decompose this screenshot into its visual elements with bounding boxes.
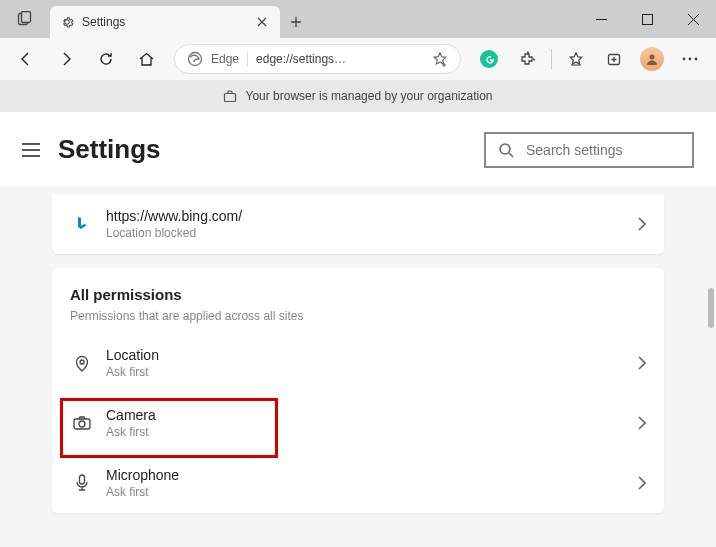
section-header: All permissions Permissions that are app… (52, 268, 664, 333)
toolbar: Edge edge://settings… (0, 38, 716, 80)
svg-point-10 (500, 144, 510, 154)
search-box[interactable] (484, 132, 694, 168)
recent-site-url: https://www.bing.com/ (106, 208, 638, 224)
extensions-icon[interactable] (509, 41, 545, 77)
recent-activity-card: https://www.bing.com/ Location blocked (52, 194, 664, 254)
svg-rect-1 (22, 12, 31, 23)
svg-point-7 (689, 58, 692, 61)
favorites-icon[interactable] (558, 41, 594, 77)
gear-icon (60, 15, 74, 29)
close-window-button[interactable] (670, 0, 716, 38)
svg-point-11 (80, 360, 84, 364)
edge-logo-icon (187, 51, 203, 67)
bing-icon (70, 216, 94, 232)
close-tab-icon[interactable] (254, 14, 270, 30)
collections-icon[interactable] (596, 41, 632, 77)
briefcase-icon (223, 89, 237, 103)
address-label: Edge (211, 52, 239, 66)
back-button[interactable] (8, 41, 44, 77)
recent-site-status: Location blocked (106, 226, 638, 240)
browser-tab[interactable]: Settings (50, 6, 280, 38)
scrollbar-thumb[interactable] (708, 288, 714, 328)
permission-row-camera[interactable]: Camera Ask first (52, 393, 664, 453)
chevron-right-icon (638, 416, 646, 430)
page-title: Settings (58, 134, 466, 165)
permission-status: Ask first (106, 485, 638, 499)
svg-point-6 (683, 58, 686, 61)
settings-header: Settings (0, 112, 716, 188)
svg-rect-14 (80, 475, 85, 484)
search-input[interactable] (526, 142, 701, 158)
permission-row-microphone[interactable]: Microphone Ask first (52, 453, 664, 513)
address-url: edge://settings… (256, 52, 424, 66)
org-message: Your browser is managed by your organiza… (245, 89, 492, 103)
microphone-icon (70, 474, 94, 492)
refresh-button[interactable] (88, 41, 124, 77)
new-tab-button[interactable] (280, 6, 312, 38)
section-subtitle: Permissions that are applied across all … (70, 309, 646, 323)
svg-rect-2 (642, 14, 652, 24)
grammarly-icon[interactable] (471, 41, 507, 77)
favorite-star-icon[interactable] (432, 51, 448, 67)
menu-icon[interactable] (22, 143, 40, 157)
location-icon (70, 354, 94, 372)
permission-row-location[interactable]: Location Ask first (52, 333, 664, 393)
svg-rect-9 (225, 94, 236, 102)
section-title: All permissions (70, 286, 646, 303)
chevron-right-icon (638, 356, 646, 370)
home-button[interactable] (128, 41, 164, 77)
window-controls (578, 0, 716, 38)
separator (551, 49, 552, 69)
minimize-button[interactable] (578, 0, 624, 38)
more-menu-icon[interactable] (672, 41, 708, 77)
svg-point-8 (695, 58, 698, 61)
all-permissions-card: All permissions Permissions that are app… (52, 268, 664, 513)
permission-name: Microphone (106, 467, 638, 483)
address-bar[interactable]: Edge edge://settings… (174, 44, 461, 74)
tab-title: Settings (82, 15, 246, 29)
chevron-right-icon (638, 476, 646, 490)
tab-actions-icon[interactable] (0, 0, 50, 38)
chevron-right-icon (638, 217, 646, 231)
settings-content: https://www.bing.com/ Location blocked A… (0, 188, 716, 547)
search-icon (498, 142, 514, 158)
separator (247, 51, 248, 67)
permission-name: Location (106, 347, 638, 363)
svg-point-13 (79, 421, 85, 427)
recent-site-row[interactable]: https://www.bing.com/ Location blocked (52, 194, 664, 254)
svg-point-5 (650, 55, 655, 60)
camera-icon (70, 416, 94, 430)
maximize-button[interactable] (624, 0, 670, 38)
permission-name: Camera (106, 407, 638, 423)
permission-status: Ask first (106, 365, 638, 379)
org-managed-bar: Your browser is managed by your organiza… (0, 80, 716, 112)
profile-avatar[interactable] (634, 41, 670, 77)
forward-button[interactable] (48, 41, 84, 77)
titlebar: Settings (0, 0, 716, 38)
permission-status: Ask first (106, 425, 638, 439)
